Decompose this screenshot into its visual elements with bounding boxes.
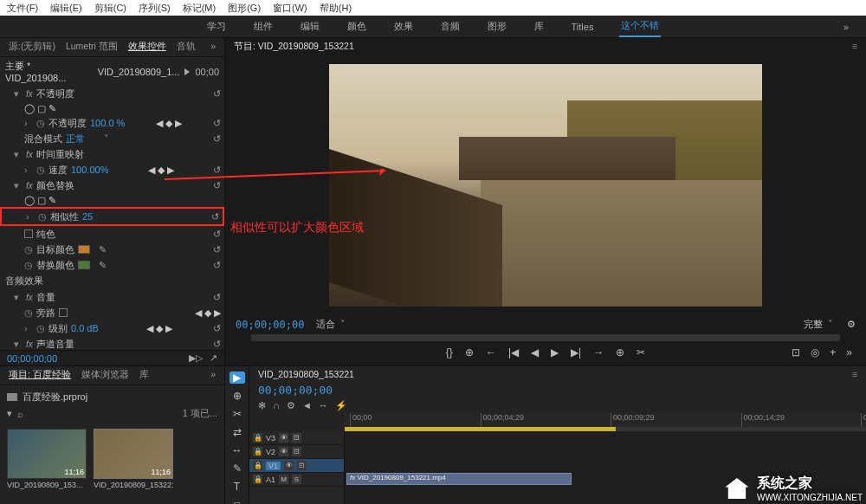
target-color-swatch[interactable] xyxy=(78,245,90,254)
go-out-icon[interactable]: → xyxy=(593,346,604,359)
filter-icon[interactable]: ▾ xyxy=(7,408,12,419)
ws-custom-active[interactable]: 这个不错 xyxy=(619,16,661,37)
menu-edit[interactable]: 编辑(E) xyxy=(50,2,82,15)
tab-project[interactable]: 项目: 百度经验 xyxy=(9,369,71,384)
menu-file[interactable]: 文件(F) xyxy=(7,2,38,15)
extract-icon[interactable]: ✂ xyxy=(637,346,645,359)
app-menubar: 文件(F) 编辑(E) 剪辑(C) 序列(S) 标记(M) 图形(G) 窗口(W… xyxy=(0,0,866,16)
blend-mode-value[interactable]: 正常 xyxy=(66,132,100,145)
tl-settings-icon[interactable]: ↔ xyxy=(319,400,328,411)
export-frame-icon[interactable]: ⊡ xyxy=(792,346,800,359)
search-icon[interactable]: ⌕ xyxy=(17,409,23,419)
program-monitor[interactable] xyxy=(329,64,762,307)
color-replace-group: 颜色替换 xyxy=(36,179,74,192)
program-timecode-left[interactable]: 00;00;00;00 xyxy=(236,319,304,331)
header-timecode: 00;00 xyxy=(195,67,219,77)
timeline-tab[interactable]: VID_20190809_153221 xyxy=(258,369,354,379)
ws-learn[interactable]: 学习 xyxy=(205,16,228,36)
play-back-icon[interactable]: ◀ xyxy=(531,346,539,359)
settings-icon[interactable]: ⚙ xyxy=(847,319,856,330)
panel-timecode[interactable]: 00;00;00;00 xyxy=(7,353,57,364)
tab-audio-track[interactable]: 音轨 xyxy=(177,41,196,56)
timeline-clip[interactable]: fx VID_20190809_153221.mp4 xyxy=(346,473,572,485)
ws-overflow[interactable]: » xyxy=(842,18,850,36)
transport-controls: {} ⊕ ← |◀ ◀ ▶ ▶| → ⊕ ✂ ⊡ ◎ + » xyxy=(225,343,866,365)
similarity-value[interactable]: 25 xyxy=(82,211,117,222)
track-a1[interactable]: A1 xyxy=(266,475,275,484)
track-v1[interactable]: V1 xyxy=(266,462,281,470)
tab-media-browser[interactable]: 媒体浏览器 xyxy=(81,369,129,384)
watermark: 系统之家 WWW.XITONGZHIJIA.NET xyxy=(722,475,863,502)
program-scrubber[interactable] xyxy=(251,334,840,341)
track-select-tool[interactable]: ⊕ xyxy=(229,390,245,402)
similarity-row-highlight: ›◷ 相似性 25 ↺ xyxy=(0,207,224,226)
project-clip-2[interactable]: 11;16 VID_20190809_153221 xyxy=(94,429,173,489)
tl-wrench-icon[interactable]: ⚡ xyxy=(335,400,347,411)
mark-in-icon[interactable]: {} xyxy=(446,346,453,359)
ws-library[interactable]: 库 xyxy=(533,16,546,36)
panel-overflow[interactable]: » xyxy=(210,41,216,56)
menu-marker[interactable]: 标记(M) xyxy=(183,2,216,15)
lift-icon[interactable]: ⊕ xyxy=(616,346,624,359)
ws-audio[interactable]: 音频 xyxy=(439,16,462,36)
play-icon[interactable]: ▶ xyxy=(551,346,559,359)
toggle-opacity[interactable]: ▾ xyxy=(14,88,23,100)
menu-window[interactable]: 窗口(W) xyxy=(273,2,307,15)
step-back-icon[interactable]: |◀ xyxy=(508,346,519,359)
timeline-ruler[interactable]: 00;00 00;00;04;29 00;00;09;29 00;00;14;2… xyxy=(345,413,866,427)
ws-assembly[interactable]: 组件 xyxy=(252,16,275,36)
ws-graphics[interactable]: 图形 xyxy=(486,16,508,36)
tab-source[interactable]: 源:(无剪辑) xyxy=(9,41,55,56)
target-clip-name: VID_20190809_1... xyxy=(98,67,180,77)
selection-tool[interactable]: ▶ xyxy=(229,372,245,384)
add-marker-icon[interactable]: ⊕ xyxy=(465,346,474,359)
level-value[interactable]: 0.0 dB xyxy=(71,323,106,333)
overflow-icon[interactable]: » xyxy=(846,346,852,359)
resolution-full[interactable]: 完整 xyxy=(804,318,823,331)
tl-link-icon[interactable]: ∩ xyxy=(273,400,280,411)
ripple-tool[interactable]: ↔ xyxy=(229,444,245,456)
menu-clip[interactable]: 剪辑(C) xyxy=(94,2,126,15)
camera-icon[interactable]: ◎ xyxy=(811,346,819,359)
ws-edit[interactable]: 编辑 xyxy=(299,16,321,36)
opacity-label: 不透明度 xyxy=(48,117,87,130)
panel-export-icon[interactable]: ↗ xyxy=(210,352,217,364)
ws-effects[interactable]: 效果 xyxy=(392,16,415,36)
razor-tool[interactable]: ✂ xyxy=(229,408,245,420)
item-count: 1 项已... xyxy=(183,407,217,420)
zoom-fit[interactable]: 适合 xyxy=(316,318,335,331)
type-tool[interactable]: T xyxy=(229,481,245,493)
timeline-timecode[interactable]: 00;00;00;00 xyxy=(258,384,333,397)
stopwatch-icon[interactable]: ◷ xyxy=(36,118,45,129)
tl-snap-icon[interactable]: ✻ xyxy=(258,400,266,411)
speed-value[interactable]: 100.00% xyxy=(71,165,108,175)
panel-play-icon[interactable]: ▶▷ xyxy=(189,352,203,364)
project-panel: 项目: 百度经验 媒体浏览器 库 » 百度经验.prproj ▾ ⌕ 1 项已.… xyxy=(0,365,224,504)
solid-color-label: 纯色 xyxy=(36,228,55,241)
button-editor-icon[interactable]: + xyxy=(830,346,836,359)
tl-arrow-icon[interactable]: ◄ xyxy=(302,400,312,411)
menu-sequence[interactable]: 序列(S) xyxy=(139,2,171,15)
solid-checkbox[interactable] xyxy=(24,229,33,238)
ws-color[interactable]: 颜色 xyxy=(346,16,368,36)
slip-tool[interactable]: ⇄ xyxy=(229,426,245,438)
pen-tool[interactable]: ✎ xyxy=(229,462,245,475)
target-color-label: 目标颜色 xyxy=(36,243,74,256)
tl-marker-icon[interactable]: ⚙ xyxy=(287,400,295,411)
track-v3[interactable]: V3 xyxy=(266,434,275,443)
program-tab[interactable]: 节目: VID_20190809_153221 xyxy=(234,41,354,51)
rect-tool[interactable]: □ xyxy=(229,499,245,504)
menu-graphics[interactable]: 图形(G) xyxy=(228,2,261,15)
tab-lumetri[interactable]: Lumetri 范围 xyxy=(66,41,118,56)
opacity-value[interactable]: 100.0 % xyxy=(90,118,125,128)
reset-opacity[interactable]: ↺ xyxy=(213,88,221,100)
replace-color-swatch[interactable] xyxy=(78,261,90,269)
project-clip-1[interactable]: 11;16 VID_20190809_153... xyxy=(7,429,87,489)
menu-help[interactable]: 帮助(H) xyxy=(320,2,352,15)
track-v2[interactable]: V2 xyxy=(266,448,275,456)
tab-effect-controls[interactable]: 效果控件 xyxy=(128,41,166,56)
tab-library[interactable]: 库 xyxy=(139,369,149,384)
ws-titles[interactable]: Titles xyxy=(570,18,596,36)
go-in-icon[interactable]: ← xyxy=(486,346,496,359)
step-fwd-icon[interactable]: ▶| xyxy=(571,346,581,359)
